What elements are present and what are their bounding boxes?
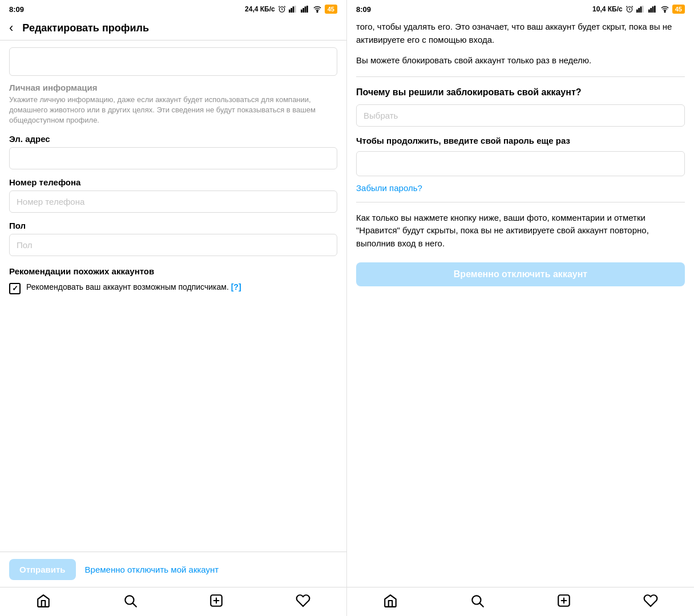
bottom-nav-right xyxy=(347,587,694,616)
svg-rect-23 xyxy=(654,6,656,13)
action-row: Отправить Временно отключить мой аккаунт xyxy=(0,552,346,587)
gender-label: Пол xyxy=(9,221,337,230)
phone-input[interactable] xyxy=(9,191,337,213)
gender-input[interactable] xyxy=(9,234,337,256)
page-title: Редактировать профиль xyxy=(22,22,149,34)
svg-rect-7 xyxy=(304,6,306,13)
status-right-right: 10,4 КБ/с 45 xyxy=(592,5,685,14)
checkbox-text: Рекомендовать ваш аккаунт возможным подп… xyxy=(26,282,241,293)
status-bar-right: 8:09 10,4 КБ/с 45 xyxy=(347,0,694,16)
svg-rect-19 xyxy=(642,6,644,13)
nav-add-left[interactable] xyxy=(209,593,224,608)
signal-icon-right xyxy=(636,5,645,13)
email-input[interactable] xyxy=(9,147,337,169)
left-screen: 8:09 24,4 КБ/с 45 ‹ Редактировать профил… xyxy=(0,0,347,616)
alarm-icon-right xyxy=(626,5,634,13)
signal-icon xyxy=(289,5,298,13)
battery-left: 45 xyxy=(325,5,337,14)
header-left: ‹ Редактировать профиль xyxy=(0,16,346,40)
nav-search-right[interactable] xyxy=(470,593,485,608)
wifi-icon-right xyxy=(660,5,669,13)
nav-add-right[interactable] xyxy=(556,593,571,608)
svg-rect-4 xyxy=(294,6,296,13)
battery-right: 45 xyxy=(672,5,685,14)
svg-rect-3 xyxy=(292,6,294,13)
svg-rect-2 xyxy=(290,8,292,13)
forgot-password-link[interactable]: Забыли пароль? xyxy=(356,183,685,193)
reason-select[interactable]: Выбрать xyxy=(356,104,685,127)
left-content: Личная информация Укажите личную информа… xyxy=(0,40,346,552)
right-content: того, чтобы удалять его. Это означает, ч… xyxy=(347,16,694,587)
bottom-nav-left xyxy=(0,587,346,616)
nav-heart-left[interactable] xyxy=(296,593,310,608)
disable-account-button[interactable]: Временно отключить аккаунт xyxy=(356,262,685,286)
personal-info-label: Личная информация xyxy=(9,83,337,92)
signal-icon2 xyxy=(301,5,310,13)
divider-2 xyxy=(356,202,685,202)
status-right-left: 24,4 КБ/с 45 xyxy=(245,5,337,14)
svg-rect-8 xyxy=(306,6,308,13)
email-label: Эл. адрес xyxy=(9,134,337,144)
phone-label: Номер телефона xyxy=(9,177,337,187)
personal-info-desc: Укажите личную информацию, даже если акк… xyxy=(9,95,337,126)
password-label: Чтобы продолжить, введите свой пароль ещ… xyxy=(356,135,685,147)
nav-heart-right[interactable] xyxy=(643,593,658,608)
password-input[interactable] xyxy=(356,151,685,176)
help-link[interactable]: [?] xyxy=(231,282,241,291)
nav-home-left[interactable] xyxy=(36,593,51,608)
disable-account-link[interactable]: Временно отключить мой аккаунт xyxy=(85,565,219,574)
alarm-icon xyxy=(278,5,286,13)
nav-search-left[interactable] xyxy=(123,593,138,608)
network-speed-right: 10,4 КБ/с xyxy=(592,5,623,13)
submit-button[interactable]: Отправить xyxy=(9,559,76,580)
question-title: Почему вы решили заблокировать свой акка… xyxy=(356,86,685,99)
status-bar-left: 8:09 24,4 КБ/с 45 xyxy=(0,0,346,16)
svg-point-24 xyxy=(664,11,665,13)
body-text-3: Как только вы нажмете кнопку ниже, ваши … xyxy=(356,212,685,250)
svg-rect-17 xyxy=(638,8,640,13)
svg-line-11 xyxy=(133,603,136,607)
svg-rect-21 xyxy=(650,8,652,13)
nav-home-right[interactable] xyxy=(383,593,398,608)
svg-rect-16 xyxy=(636,10,638,13)
svg-rect-5 xyxy=(301,10,302,13)
svg-line-26 xyxy=(480,603,483,607)
svg-rect-22 xyxy=(652,6,653,13)
svg-rect-6 xyxy=(302,8,304,13)
svg-rect-1 xyxy=(289,10,290,13)
svg-rect-18 xyxy=(640,6,641,13)
rec-title: Рекомендации похожих аккаунтов xyxy=(9,266,337,276)
checkbox-row: ✓ Рекомендовать ваш аккаунт возможным по… xyxy=(9,282,337,294)
back-button[interactable]: ‹ xyxy=(9,22,13,34)
check-mark: ✓ xyxy=(12,284,18,293)
svg-point-9 xyxy=(317,11,318,13)
recommend-checkbox[interactable]: ✓ xyxy=(9,283,21,294)
svg-rect-20 xyxy=(648,10,650,13)
body-text-1: того, чтобы удалять его. Это означает, ч… xyxy=(356,21,685,46)
right-screen: 8:09 10,4 КБ/с 45 того, чтобы удалять ег… xyxy=(347,0,694,616)
network-speed-left: 24,4 КБ/с xyxy=(245,5,275,13)
wifi-icon xyxy=(313,5,322,13)
divider-1 xyxy=(356,76,685,77)
top-input-field[interactable] xyxy=(9,47,337,76)
body-text-2: Вы можете блокировать свой аккаунт тольк… xyxy=(356,54,685,67)
signal-icon2-right xyxy=(648,5,657,13)
time-left: 8:09 xyxy=(9,5,24,14)
time-right: 8:09 xyxy=(356,5,371,14)
